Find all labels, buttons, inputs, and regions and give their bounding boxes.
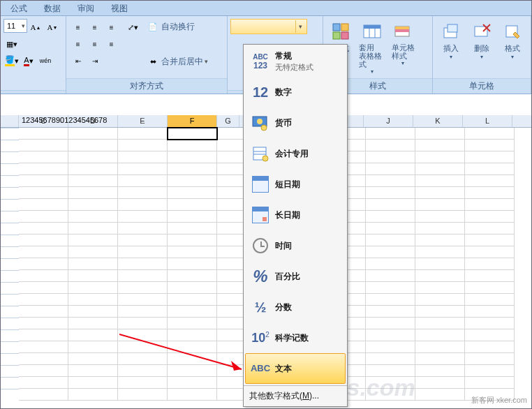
insert-button[interactable]: 插入▾ (436, 19, 466, 62)
cell[interactable] (118, 270, 168, 282)
cell[interactable] (168, 128, 217, 140)
cell[interactable] (118, 211, 168, 223)
wrap-text-icon[interactable]: 📄 (145, 19, 161, 34)
cell[interactable] (19, 389, 68, 401)
format-item-clock[interactable]: 时间 (245, 230, 346, 261)
cell[interactable] (68, 258, 118, 270)
cell[interactable] (68, 246, 118, 258)
cell[interactable] (118, 294, 168, 306)
phonetic-icon[interactable]: wén (38, 53, 53, 68)
cell[interactable] (19, 341, 68, 353)
select-all-corner[interactable] (1, 115, 19, 127)
cell[interactable] (415, 329, 465, 341)
row-header[interactable] (1, 140, 19, 140)
tab-review[interactable]: 审阅 (69, 1, 103, 15)
cell[interactable] (366, 163, 415, 175)
format-item-cal2[interactable]: 长日期 (245, 200, 346, 230)
cell[interactable] (68, 377, 118, 389)
cell[interactable] (118, 329, 168, 341)
align-center-icon[interactable]: ≡ (87, 36, 102, 52)
tab-data[interactable]: 数据 (36, 1, 69, 15)
increase-font-icon[interactable]: A▲ (28, 20, 43, 35)
cell[interactable] (465, 235, 515, 246)
cell[interactable] (68, 163, 118, 175)
cell[interactable] (465, 306, 515, 318)
cell[interactable] (68, 175, 118, 187)
cell[interactable] (366, 270, 415, 282)
align-left-icon[interactable]: ≡ (70, 36, 85, 52)
cell[interactable] (415, 128, 465, 140)
cell[interactable] (168, 258, 217, 270)
cell[interactable] (366, 246, 415, 258)
cell[interactable] (366, 329, 415, 341)
cell[interactable] (366, 341, 415, 353)
cell[interactable] (415, 365, 465, 377)
cell[interactable] (68, 270, 118, 282)
cell[interactable] (168, 377, 217, 389)
decrease-indent-icon[interactable]: ⇤ (70, 53, 85, 68)
cell[interactable] (366, 318, 415, 329)
cell[interactable] (168, 163, 217, 175)
align-bottom-icon[interactable]: ≡ (103, 20, 119, 35)
cell[interactable] (168, 199, 217, 211)
cell[interactable] (168, 175, 217, 187)
cell[interactable] (168, 223, 217, 235)
cell[interactable] (366, 151, 415, 163)
cell[interactable] (415, 235, 465, 246)
cell[interactable] (415, 270, 465, 282)
cell[interactable] (366, 199, 415, 211)
more-formats-item[interactable]: 其他数字格式(M)... (244, 385, 347, 406)
cell[interactable] (118, 377, 168, 389)
cell[interactable] (465, 353, 515, 365)
cell[interactable] (465, 282, 515, 294)
cell[interactable] (19, 270, 68, 282)
font-size-combo[interactable]: 11 (3, 19, 27, 33)
row-header[interactable] (1, 175, 19, 176)
row-header[interactable] (1, 246, 19, 247)
cell[interactable] (415, 223, 465, 235)
cell[interactable] (19, 140, 68, 151)
font-color-icon[interactable]: A▾ (21, 53, 36, 68)
cell[interactable] (168, 140, 217, 151)
cell[interactable] (68, 353, 118, 365)
row-header[interactable] (1, 270, 19, 271)
cell[interactable] (118, 235, 168, 246)
cell[interactable] (68, 365, 118, 377)
cell[interactable] (465, 294, 515, 306)
cell[interactable] (366, 306, 415, 318)
cell[interactable] (19, 211, 68, 223)
cell[interactable] (168, 341, 217, 353)
row-header[interactable] (1, 365, 19, 366)
cell[interactable] (19, 128, 68, 140)
cell[interactable] (19, 246, 68, 258)
cell[interactable] (465, 341, 515, 353)
cell[interactable] (465, 329, 515, 341)
cell[interactable] (118, 341, 168, 353)
cell[interactable] (465, 377, 515, 389)
cell[interactable] (118, 163, 168, 175)
cell[interactable] (366, 282, 415, 294)
cell[interactable] (168, 211, 217, 223)
cell[interactable] (366, 365, 415, 377)
cell[interactable] (366, 353, 415, 365)
row-header[interactable] (1, 128, 19, 128)
col-header[interactable]: K (413, 115, 463, 127)
row-header[interactable] (1, 282, 19, 283)
cell[interactable] (68, 187, 118, 199)
cell[interactable] (415, 151, 465, 163)
format-button[interactable]: 格式▾ (497, 19, 528, 62)
chevron-down-icon[interactable]: ▾ (295, 20, 305, 33)
cell[interactable] (68, 151, 118, 163)
cell[interactable] (68, 140, 118, 151)
cell[interactable] (19, 235, 68, 246)
row-header[interactable] (1, 187, 19, 188)
cell[interactable] (168, 270, 217, 282)
cell[interactable] (68, 341, 118, 353)
cell[interactable] (415, 341, 465, 353)
cell[interactable] (415, 140, 465, 151)
cell[interactable] (168, 353, 217, 365)
format-item-abc[interactable]: ABC文本 (245, 353, 346, 384)
format-item-12[interactable]: 12数字 (245, 77, 346, 107)
cell[interactable] (19, 353, 68, 365)
cell[interactable] (118, 223, 168, 235)
